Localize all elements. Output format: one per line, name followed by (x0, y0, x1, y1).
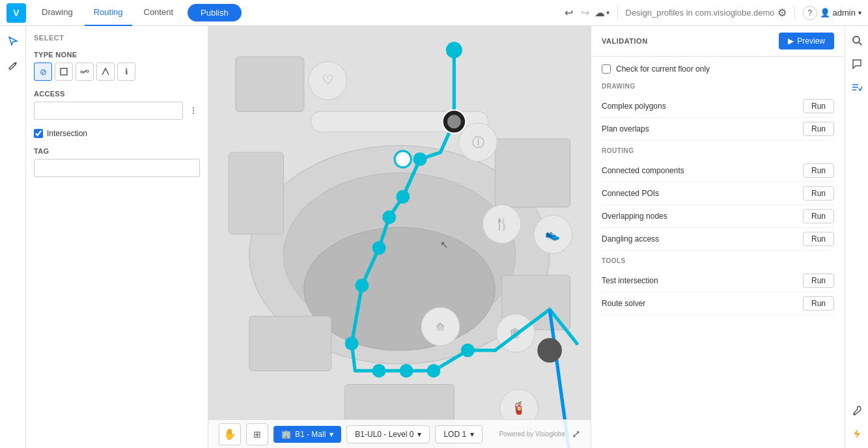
navigate-icon[interactable] (3, 31, 23, 51)
svg-point-43 (461, 344, 475, 357)
routing-section: ROUTING Connected components Run Connect… (602, 147, 834, 251)
building-label: B1 - Mall (295, 430, 326, 439)
svg-marker-0 (9, 37, 17, 45)
type-info-btn[interactable]: ℹ (117, 63, 135, 81)
svg-point-55 (853, 413, 855, 415)
intersection-row: Intersection (34, 129, 200, 138)
cloud-button[interactable]: ☁ ▾ (595, 7, 609, 19)
svg-text:⟰: ⟰ (436, 321, 445, 333)
powered-by-label: Powered by Visioglobe (499, 430, 565, 438)
bottom-left-controls: ✋ ⊞ 🏢 B1 - Mall ▾ B1-UL0 - Level 0 ▾ LOD… (219, 423, 483, 445)
preview-button[interactable]: ▶ Preview (779, 33, 834, 49)
tab-routing[interactable]: Routing (85, 0, 132, 26)
access-label: ACCESS (34, 90, 200, 98)
svg-point-36 (382, 210, 396, 224)
floor-check-row: Check for current floor only (602, 64, 834, 74)
svg-point-4 (193, 107, 194, 109)
access-row: Public Private Restricted (34, 102, 200, 120)
svg-text:👟: 👟 (545, 227, 561, 242)
svg-point-5 (193, 110, 194, 111)
connected-pois-label: Connected POIs (602, 189, 659, 198)
main-layout: SELECT TYPE NONE ⊘ ℹ ACCESS (0, 26, 868, 448)
access-select[interactable]: Public Private Restricted (34, 102, 183, 120)
svg-point-42 (427, 364, 440, 378)
svg-point-34 (413, 152, 427, 166)
tag-input[interactable] (34, 159, 200, 177)
type-buttons: ⊘ ℹ (34, 63, 200, 81)
table-button[interactable]: ⊞ (246, 423, 268, 445)
svg-marker-56 (854, 429, 860, 438)
level-selector[interactable]: B1-UL0 - Level 0 ▾ (346, 425, 430, 443)
preview-label: Preview (797, 36, 825, 46)
user-icon: 👤 (820, 8, 830, 18)
connected-pois-item: Connected POIs Run (602, 182, 834, 205)
intersection-checkbox[interactable] (34, 129, 43, 138)
left-toolbar (0, 26, 26, 448)
level-label: B1-UL0 - Level 0 (355, 430, 413, 439)
map-area[interactable]: ♡ ⓘ 🍴 ⟰ 🗑 🧯 👟 (208, 26, 591, 448)
dangling-access-run-btn[interactable]: Run (803, 232, 834, 246)
routing-section-title: ROUTING (602, 147, 834, 154)
svg-text:↖: ↖ (440, 240, 449, 250)
overlapping-nodes-run-btn[interactable]: Run (803, 209, 834, 223)
tab-content[interactable]: Content (135, 0, 183, 26)
pencil-icon[interactable] (3, 56, 23, 76)
type-link-btn[interactable] (76, 63, 94, 81)
connected-components-item: Connected components Run (602, 160, 834, 182)
complex-polygons-run-btn[interactable]: Run (803, 99, 834, 113)
drawing-section: DRAWING Complex polygons Run Plan overla… (602, 83, 834, 141)
lod-selector[interactable]: LOD 1 ▾ (435, 425, 483, 443)
topbar: V Drawing Routing Content Publish ↩ ↪ ☁ … (0, 0, 868, 26)
tag-label: TAG (34, 147, 200, 155)
list-check-icon[interactable] (848, 78, 866, 96)
complex-polygons-label: Complex polygons (602, 102, 666, 111)
divider2 (794, 7, 795, 20)
tab-drawing[interactable]: Drawing (33, 0, 82, 26)
connected-pois-run-btn[interactable]: Run (803, 186, 834, 201)
tools-section: TOOLS Test intersection Run Route solver… (602, 257, 834, 315)
hand-tool-button[interactable]: ✋ (219, 423, 241, 445)
test-intersection-run-btn[interactable]: Run (803, 273, 834, 288)
publish-button[interactable]: Publish (188, 4, 242, 21)
connected-components-label: Connected components (602, 166, 684, 175)
search-icon[interactable] (848, 31, 866, 49)
intersection-label[interactable]: Intersection (47, 129, 87, 138)
svg-point-38 (355, 279, 369, 292)
validation-body: Check for current floor only DRAWING Com… (591, 57, 845, 448)
bottom-right-controls: Powered by Visioglobe ⤢ (499, 428, 580, 440)
svg-text:♡: ♡ (322, 72, 334, 87)
svg-point-37 (372, 241, 386, 255)
svg-text:🧯: 🧯 (511, 400, 527, 415)
svg-point-46 (395, 151, 411, 167)
settings-icon[interactable]: ⚙ (777, 7, 787, 19)
type-none-btn[interactable]: ⊘ (34, 63, 52, 81)
overlapping-nodes-item: Overlapping nodes Run (602, 205, 834, 228)
floor-check-label[interactable]: Check for current floor only (616, 64, 710, 74)
plan-overlaps-label: Plan overlaps (602, 124, 649, 133)
type-path-btn[interactable] (96, 63, 115, 81)
connected-components-run-btn[interactable]: Run (803, 163, 834, 178)
undo-button[interactable]: ↩ (562, 4, 576, 21)
svg-rect-15 (249, 316, 331, 371)
route-solver-run-btn[interactable]: Run (803, 296, 834, 311)
svg-rect-2 (81, 71, 83, 73)
bolt-icon[interactable] (848, 425, 866, 443)
building-selector[interactable]: 🏢 B1 - Mall ▾ (273, 426, 341, 443)
lod-label: LOD 1 (443, 430, 466, 439)
level-dropdown-icon: ▾ (417, 430, 421, 439)
type-square-btn[interactable] (55, 63, 73, 81)
plan-overlaps-run-btn[interactable]: Run (803, 122, 834, 136)
redo-button[interactable]: ↪ (578, 4, 592, 21)
help-icon[interactable]: ? (803, 6, 817, 20)
access-menu-btn[interactable] (187, 104, 200, 117)
user-menu[interactable]: 👤 admin ▾ (820, 8, 861, 18)
comment-icon[interactable] (848, 55, 866, 73)
far-right-toolbar (845, 26, 868, 448)
svg-rect-1 (61, 68, 67, 75)
floor-check-checkbox[interactable] (602, 64, 611, 74)
expand-icon[interactable]: ⤢ (572, 428, 580, 440)
test-intersection-item: Test intersection Run (602, 270, 834, 292)
complex-polygons-item: Complex polygons Run (602, 95, 834, 118)
user-dropdown-icon: ▾ (858, 9, 861, 16)
wrench-icon[interactable] (848, 401, 866, 419)
